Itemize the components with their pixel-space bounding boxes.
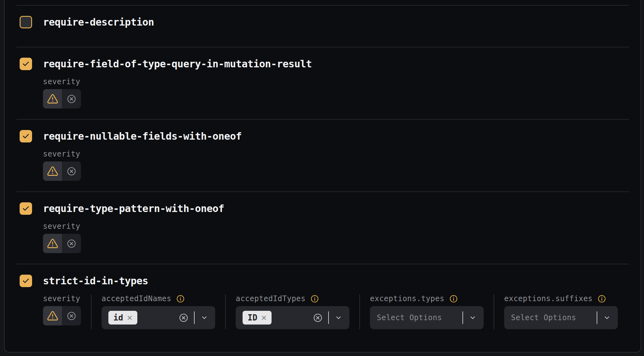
exceptions-suffixes-select[interactable]: Select Options xyxy=(504,306,618,329)
rule-checkbox[interactable] xyxy=(20,130,32,142)
rule-title: require-type-pattern-with-oneof xyxy=(43,203,224,214)
x-circle-icon xyxy=(67,311,76,321)
rule-title: strict-id-in-types xyxy=(43,275,148,287)
acceptedIdNames-select[interactable]: id xyxy=(102,306,215,329)
rule-title: require-description xyxy=(43,16,154,28)
rule-row-strict-id-in-types: strict-id-in-types severity acceptedIdNa… xyxy=(5,264,641,352)
severity-off-button[interactable] xyxy=(62,306,81,325)
tag-label: ID xyxy=(248,313,257,322)
acceptedIdTypes-select[interactable]: ID xyxy=(236,306,349,329)
tag-label: id xyxy=(113,313,123,322)
select-placeholder: Select Options xyxy=(511,313,576,322)
severity-label: severity xyxy=(43,77,629,86)
select-separator xyxy=(597,311,597,324)
select-separator xyxy=(328,311,329,324)
exceptions-types-select[interactable]: Select Options xyxy=(370,306,484,329)
check-icon xyxy=(22,204,30,213)
rule-checkbox[interactable] xyxy=(20,275,32,287)
option-column-exceptions-suffixes: exceptions.suffixes Select Options xyxy=(504,294,618,329)
rule-title: require-nullable-fields-with-oneof xyxy=(43,130,242,142)
lint-rules-panel: require-description require-field-of-typ… xyxy=(4,0,641,353)
x-circle-icon xyxy=(67,94,76,104)
severity-warn-button[interactable] xyxy=(43,306,62,325)
info-icon[interactable] xyxy=(310,295,319,303)
severity-label: severity xyxy=(43,222,629,231)
field-label: exceptions.types xyxy=(370,294,444,303)
clear-selection-icon[interactable] xyxy=(313,313,323,323)
option-column-acceptedIdTypes: acceptedIdTypes ID xyxy=(236,294,349,329)
warning-triangle-icon xyxy=(47,93,58,104)
tag-remove-icon[interactable] xyxy=(261,315,267,321)
severity-warn-button[interactable] xyxy=(43,89,62,108)
select-separator xyxy=(194,311,195,324)
rule-row-require-field-of-type-query-in-mutation-result: require-field-of-type-query-in-mutation-… xyxy=(5,47,641,119)
severity-warn-button[interactable] xyxy=(43,161,62,181)
chevron-down-icon[interactable] xyxy=(200,314,208,322)
warning-triangle-icon xyxy=(47,310,58,321)
severity-label: severity xyxy=(43,294,81,303)
column-divider xyxy=(225,294,226,329)
column-divider xyxy=(359,294,360,329)
info-icon[interactable] xyxy=(176,295,185,303)
option-column-exceptions-types: exceptions.types Select Options xyxy=(370,294,484,329)
selected-tag: ID xyxy=(243,311,272,325)
check-icon xyxy=(22,132,30,140)
warning-triangle-icon xyxy=(47,166,58,177)
x-circle-icon xyxy=(67,239,76,248)
tag-remove-icon[interactable] xyxy=(126,315,133,321)
severity-label: severity xyxy=(43,150,629,158)
severity-off-button[interactable] xyxy=(62,234,81,253)
x-circle-icon xyxy=(67,166,76,176)
check-icon xyxy=(22,60,30,68)
rule-checkbox[interactable] xyxy=(20,58,32,70)
field-label: acceptedIdNames xyxy=(102,294,171,303)
chevron-down-icon[interactable] xyxy=(603,314,611,322)
severity-off-button[interactable] xyxy=(62,161,81,181)
field-label: exceptions.suffixes xyxy=(504,294,593,303)
rule-title: require-field-of-type-query-in-mutation-… xyxy=(43,58,312,70)
option-column-acceptedIdNames: acceptedIdNames id xyxy=(102,294,215,329)
column-divider xyxy=(91,294,92,329)
column-divider xyxy=(494,294,494,329)
select-placeholder: Select Options xyxy=(377,313,442,322)
rule-checkbox[interactable] xyxy=(20,202,32,215)
option-column-severity: severity xyxy=(43,294,81,329)
info-icon[interactable] xyxy=(449,295,458,303)
rule-checkbox[interactable] xyxy=(20,16,32,28)
warning-triangle-icon xyxy=(47,238,58,249)
severity-toggle xyxy=(43,161,81,181)
rule-row-require-description: require-description xyxy=(5,6,641,47)
clear-selection-icon[interactable] xyxy=(179,313,188,323)
rule-row-require-type-pattern-with-oneof: require-type-pattern-with-oneof severity xyxy=(5,192,641,264)
severity-toggle xyxy=(43,306,81,325)
chevron-down-icon[interactable] xyxy=(469,314,477,322)
severity-toggle xyxy=(43,89,81,108)
severity-warn-button[interactable] xyxy=(43,234,62,253)
info-icon[interactable] xyxy=(598,295,606,303)
field-label: acceptedIdTypes xyxy=(236,294,305,303)
select-separator xyxy=(462,311,463,324)
selected-tag: id xyxy=(108,311,137,325)
rule-row-require-nullable-fields-with-oneof: require-nullable-fields-with-oneof sever… xyxy=(5,120,641,191)
check-icon xyxy=(22,277,30,285)
severity-off-button[interactable] xyxy=(62,89,81,108)
chevron-down-icon[interactable] xyxy=(334,314,343,322)
severity-toggle xyxy=(43,234,81,253)
